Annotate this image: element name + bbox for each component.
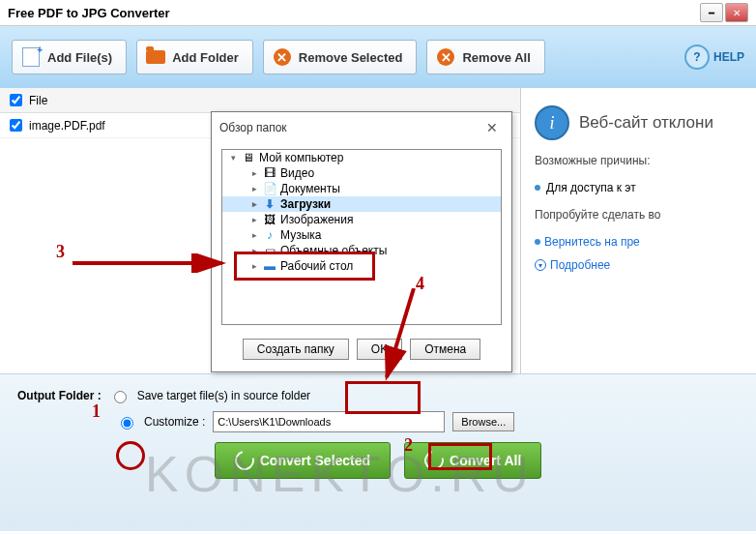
try-back-label: Вернитесь на пре xyxy=(544,235,640,249)
convert-all-button[interactable]: Convert All xyxy=(404,442,541,479)
file-row-name: image.PDF.pdf xyxy=(29,119,105,133)
add-folder-icon xyxy=(145,46,166,68)
node-3d[interactable]: Объемные объекты xyxy=(280,244,387,257)
try-title: Попробуйте сделать во xyxy=(535,208,742,222)
expand-icon[interactable]: ▸ xyxy=(249,246,259,255)
remove-selected-button[interactable]: ✕ Remove Selected xyxy=(263,40,418,74)
node-downloads[interactable]: Загрузки xyxy=(280,197,331,211)
images-icon: 🖼 xyxy=(263,213,276,226)
add-folder-button[interactable]: Add Folder xyxy=(136,40,253,74)
create-folder-button[interactable]: Создать папку xyxy=(243,339,349,360)
customize-label: Customize : xyxy=(144,415,205,429)
save-source-label: Save target file(s) in source folder xyxy=(137,389,310,402)
help-button[interactable]: ? HELP xyxy=(684,44,744,70)
ok-button[interactable]: OK xyxy=(357,339,402,360)
close-button[interactable]: ✕ xyxy=(725,3,748,22)
chevron-icon: ▾ xyxy=(535,259,546,271)
help-icon: ? xyxy=(684,44,710,70)
add-folder-label: Add Folder xyxy=(172,50,239,65)
remove-all-button[interactable]: ✕ Remove All xyxy=(426,40,544,74)
more-link[interactable]: ▾Подробнее xyxy=(535,258,742,272)
save-source-radio[interactable] xyxy=(114,391,127,403)
video-icon: 🎞 xyxy=(263,166,276,180)
music-icon: ♪ xyxy=(263,228,276,242)
node-images[interactable]: Изображения xyxy=(280,213,353,226)
browse-folder-dialog: Обзор папок ✕ ▾🖥Мой компьютер ▸🎞Видео ▸📄… xyxy=(211,111,512,372)
convert-selected-button[interactable]: Convert Selected xyxy=(215,442,391,479)
node-music[interactable]: Музыка xyxy=(280,228,321,242)
file-header-label: File xyxy=(29,94,47,107)
expand-icon[interactable]: ▸ xyxy=(249,168,259,178)
expand-icon[interactable]: ▸ xyxy=(249,215,259,224)
node-video[interactable]: Видео xyxy=(280,166,314,180)
remove-selected-label: Remove Selected xyxy=(299,50,403,65)
collapse-icon[interactable]: ▾ xyxy=(228,153,238,163)
window-title: Free PDF to JPG Converter xyxy=(8,6,170,20)
browse-button[interactable]: Browse... xyxy=(452,412,514,431)
remove-all-icon: ✕ xyxy=(435,46,456,68)
objects-icon: ▭ xyxy=(263,244,276,257)
output-title: Output Folder : xyxy=(17,389,102,402)
reasons-title: Возможные причины: xyxy=(535,154,742,167)
file-row-checkbox[interactable] xyxy=(10,119,22,132)
bullet-icon xyxy=(535,185,540,191)
folder-tree[interactable]: ▾🖥Мой компьютер ▸🎞Видео ▸📄Документы ▸⬇За… xyxy=(221,149,502,325)
node-desktop[interactable]: Рабочий стол xyxy=(280,259,353,273)
help-label: HELP xyxy=(713,50,744,64)
node-docs[interactable]: Документы xyxy=(280,182,340,195)
side-panel: i Веб-сайт отклони Возможные причины: Дл… xyxy=(521,88,756,373)
node-root[interactable]: Мой компьютер xyxy=(259,151,343,164)
add-file-icon xyxy=(20,46,42,68)
expand-icon[interactable]: ▸ xyxy=(249,230,259,240)
try-back-link[interactable]: Вернитесь на пре xyxy=(535,235,742,249)
convert-selected-label: Convert Selected xyxy=(260,453,370,468)
refresh-icon xyxy=(421,447,447,473)
cancel-button[interactable]: Отмена xyxy=(410,339,480,360)
path-input[interactable] xyxy=(213,411,445,432)
expand-icon[interactable]: ▸ xyxy=(249,261,259,271)
reason-1: Для доступа к эт xyxy=(546,181,636,194)
side-heading: Веб-сайт отклони xyxy=(579,113,713,133)
dialog-close-button[interactable]: ✕ xyxy=(480,118,504,137)
remove-selected-icon: ✕ xyxy=(272,46,293,68)
dialog-title: Обзор папок xyxy=(219,121,287,134)
minimize-button[interactable]: ━ xyxy=(700,3,723,22)
more-label: Подробнее xyxy=(550,258,610,272)
add-file-label: Add File(s) xyxy=(47,50,112,65)
refresh-icon xyxy=(231,447,257,473)
bullet-icon xyxy=(535,239,540,245)
convert-all-label: Convert All xyxy=(450,453,521,468)
documents-icon: 📄 xyxy=(263,182,276,195)
info-icon: i xyxy=(535,105,569,140)
downloads-icon: ⬇ xyxy=(263,197,276,211)
desktop-icon: ▬ xyxy=(263,259,276,273)
expand-icon[interactable]: ▸ xyxy=(249,199,259,209)
computer-icon: 🖥 xyxy=(242,151,255,164)
file-header-checkbox[interactable] xyxy=(10,94,22,106)
expand-icon[interactable]: ▸ xyxy=(249,184,259,193)
remove-all-label: Remove All xyxy=(462,50,530,65)
customize-radio[interactable] xyxy=(121,417,133,430)
add-file-button[interactable]: Add File(s) xyxy=(12,40,127,74)
